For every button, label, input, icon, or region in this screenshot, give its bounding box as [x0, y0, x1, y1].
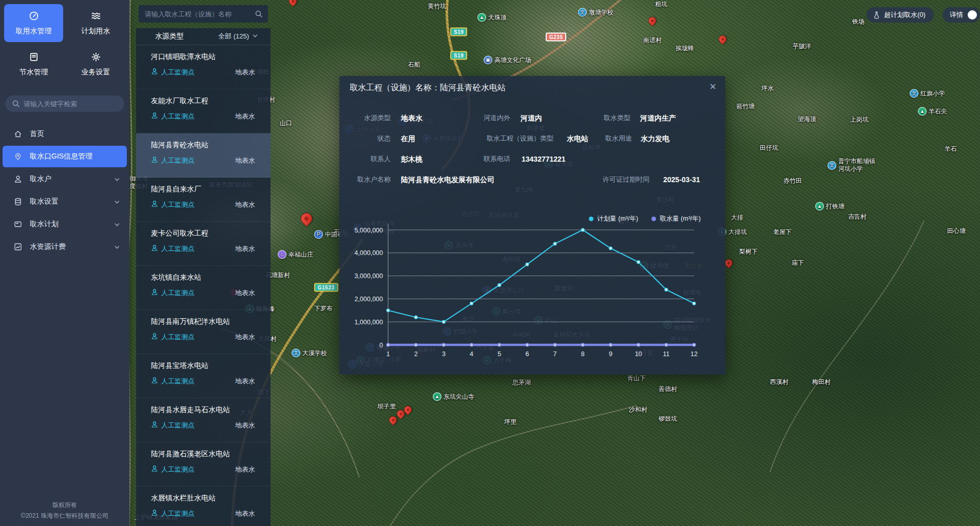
water-type: 地表水	[235, 377, 255, 386]
red-pin-marker[interactable]	[387, 415, 398, 425]
chevron-down-icon	[252, 33, 258, 41]
module-button[interactable]: 取用水管理	[4, 4, 63, 42]
sidebar-menu-item[interactable]: 首页	[0, 123, 129, 145]
station-list-item[interactable]: 东坑镇自来水站 人工监测点 地表水	[136, 266, 271, 310]
field-label: 取水用途	[519, 134, 632, 143]
sidebar-search-input[interactable]	[5, 95, 124, 112]
map-label: 坪水	[761, 85, 774, 92]
field-value: 13432771221	[522, 154, 566, 164]
map-label: 文墩塘学校	[578, 8, 613, 17]
station-list-item[interactable]: 陆河县青砼水电站 人工监测点 地表水	[136, 133, 271, 178]
legend-item[interactable]: 取水量 (m³/年)	[651, 215, 701, 223]
map-label: 箭竹塘	[736, 103, 755, 110]
station-list-item[interactable]: 陆河县宝塔水电站 人工监测点 地表水	[136, 354, 271, 398]
sidebar-menu-item[interactable]: 取水口GIS信息管理	[3, 146, 127, 167]
station-list-item[interactable]: 陆河县激石溪老区水电站 人工监测点 地表水	[136, 442, 271, 486]
module-label: 计划用水	[82, 27, 110, 36]
station-list-item[interactable]: 河口镇唱歌潭水电站 人工监测点 地表水	[136, 45, 271, 89]
svg-text:0: 0	[379, 342, 383, 349]
station-panel-body: 水源类型 全部 (125) 河口镇唱歌潭水电站 人工监测点 地表水 友能水厂取水…	[136, 28, 271, 526]
menu-label: 首页	[30, 129, 44, 139]
close-icon[interactable]: ×	[707, 79, 718, 94]
monitor-type: 人工监测点	[161, 333, 195, 342]
monitor-type: 人工监测点	[161, 244, 195, 254]
menu-label: 取水口GIS信息管理	[30, 152, 92, 161]
red-pin-marker[interactable]	[717, 34, 727, 45]
menu-label: 水资源计费	[30, 242, 66, 251]
map-label: 赤竹田	[783, 177, 802, 185]
water-type: 地表水	[235, 288, 255, 298]
station-name: 陆河县自来水厂	[151, 185, 255, 194]
map-label: 田心塘	[947, 227, 966, 235]
map-label: 西溪村	[770, 378, 789, 386]
peak-poi-icon: ▲	[918, 107, 927, 116]
over-plan-water-button[interactable]: 超计划取水(0)	[867, 7, 934, 23]
toggle-knob[interactable]	[968, 10, 977, 20]
map-label: 羊石	[945, 145, 957, 153]
person-icon	[151, 509, 158, 518]
field-label: 状态	[278, 134, 391, 143]
search-icon	[12, 100, 20, 108]
copyright: 版权所有 ©2021 珠海市仁智科技有限公司	[0, 500, 129, 521]
flask-icon	[873, 11, 880, 19]
search-icon[interactable]	[255, 10, 263, 20]
module-button[interactable]: 节水管理	[4, 45, 63, 83]
station-list-item[interactable]: 陆河县自来水厂 人工监测点 地表水	[136, 178, 271, 222]
monitor-type: 人工监测点	[161, 200, 195, 209]
field-value: 河道内生产	[640, 113, 676, 123]
meter-icon	[29, 11, 39, 23]
svg-text:8: 8	[581, 350, 585, 358]
svg-text:5,000,000: 5,000,000	[354, 227, 383, 234]
map-label: 青山下	[627, 375, 646, 382]
module-label: 节水管理	[20, 68, 48, 77]
water-type: 地表水	[235, 200, 255, 209]
svg-text:3: 3	[442, 350, 446, 358]
module-button[interactable]: 业务设置	[66, 45, 125, 83]
pin-icon	[14, 152, 22, 161]
sidebar-menu-item[interactable]: 水资源计费	[0, 236, 129, 258]
app-root: 黄竹坑石船龙颈根甘坪村山口▲天珠顶文墩塘学校▣高塘文化广场粗坑南进村挨垅蜂芋陂洋…	[0, 0, 980, 526]
svg-text:7: 7	[553, 350, 557, 358]
station-name: 麦卡公司取水工程	[151, 229, 255, 238]
station-list-item[interactable]: 友能水厂取水工程 人工监测点 地表水	[136, 89, 271, 133]
card-icon	[14, 220, 22, 228]
station-list-item[interactable]: 麦卡公司取水工程 人工监测点 地表水	[136, 222, 271, 266]
field-label: 取水户名称	[278, 175, 391, 184]
station-search-input[interactable]	[139, 5, 268, 23]
school-poi-icon: 文	[828, 161, 836, 170]
svg-text:9: 9	[609, 350, 612, 358]
field-value: 在用	[401, 134, 415, 143]
water-type: 地表水	[235, 509, 255, 518]
map-label: 芋陂洋	[793, 43, 811, 50]
water-source-type-dropdown[interactable]: 全部 (125)	[218, 32, 258, 41]
map-label: 铁场	[852, 18, 864, 26]
station-name: 河口镇唱歌潭水电站	[151, 52, 255, 62]
legend-item[interactable]: 计划量 (m³/年)	[589, 215, 638, 223]
station-name: 陆河县青砼水电站	[151, 141, 255, 150]
map-label: 善德村	[659, 385, 677, 393]
detail-toggle[interactable]: 详情	[943, 7, 980, 23]
red-pin-marker[interactable]	[646, 15, 657, 26]
station-list-item[interactable]: 水唇镇水栏肚水电站 人工监测点 地表水	[136, 486, 271, 526]
station-detail-modal: 取水工程（设施）名称：陆河县青砼水电站 × 水源类型地表水河道内外河道内取水类型…	[339, 76, 725, 375]
red-pin-marker[interactable]	[287, 0, 298, 7]
map-label: 大排	[731, 214, 743, 222]
purple-poi-icon: ⌂	[278, 250, 286, 259]
red-pin-marker[interactable]	[298, 210, 314, 226]
svg-text:2: 2	[414, 350, 418, 358]
sidebar-menu-item[interactable]: 取水户	[0, 168, 129, 190]
school-poi-icon: 文	[292, 349, 300, 358]
svg-text:11: 11	[663, 350, 669, 358]
map-label: 老屋下	[773, 228, 792, 236]
water-type: 地表水	[235, 244, 255, 254]
station-list-item[interactable]: 陆河县水唇走马石水电站 人工监测点 地表水	[136, 398, 271, 442]
station-list: 河口镇唱歌潭水电站 人工监测点 地表水 友能水厂取水工程 人工监测点 地表水 陆…	[136, 45, 271, 526]
sidebar-menu-item[interactable]: 取水计划	[0, 213, 129, 235]
module-button[interactable]: 计划用水	[66, 4, 125, 42]
sidebar-menu-item[interactable]: 取水设置	[0, 191, 129, 212]
person-icon	[151, 421, 158, 430]
copyright-line1: 版权所有	[0, 500, 129, 510]
map-label: 思茅湖	[512, 379, 531, 386]
station-list-item[interactable]: 陆河县南万镇杞洋水电站 人工监测点 地表水	[136, 310, 271, 354]
station-search	[139, 5, 268, 23]
